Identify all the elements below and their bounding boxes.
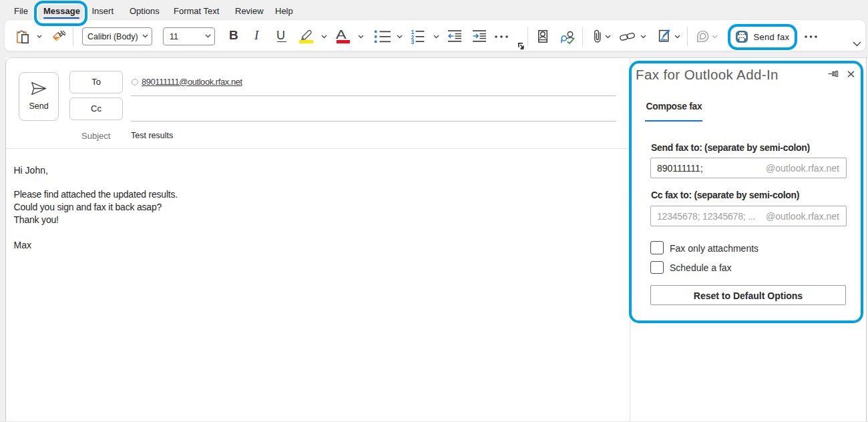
- svg-text:3: 3: [411, 39, 415, 44]
